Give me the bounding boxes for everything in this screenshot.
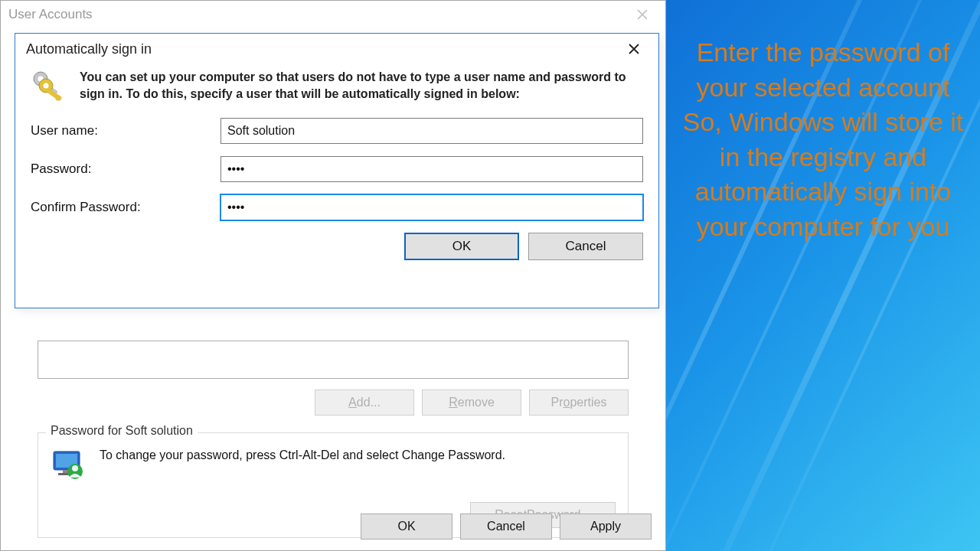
group-text: To change your password, press Ctrl-Alt-… xyxy=(100,447,505,484)
user-accounts-dialog: User Accounts Add... Remove Properties P… xyxy=(0,0,666,551)
add-button: Add... xyxy=(315,390,414,416)
group-legend: Password for Soft solution xyxy=(46,424,198,438)
confirm-password-input[interactable] xyxy=(220,194,643,220)
remove-button: Remove xyxy=(422,390,521,416)
user-accounts-title: User Accounts xyxy=(8,7,93,22)
cancel-button[interactable]: Cancel xyxy=(528,233,643,260)
auto-signin-dialog: Automatically sign in xyxy=(15,33,659,308)
keys-icon xyxy=(31,69,67,106)
user-monitor-icon xyxy=(51,447,87,484)
close-icon[interactable] xyxy=(617,38,651,60)
svg-point-10 xyxy=(44,83,49,89)
ok-button[interactable]: OK xyxy=(404,233,519,260)
instruction-text: Enter the password of your selected acco… xyxy=(681,35,965,244)
intro-text: You can set up your computer so that use… xyxy=(80,69,643,106)
parent-apply-button[interactable]: Apply xyxy=(560,514,652,540)
auto-signin-titlebar: Automatically sign in xyxy=(15,34,658,64)
parent-cancel-button[interactable]: Cancel xyxy=(460,514,552,540)
svg-point-5 xyxy=(72,465,78,471)
username-label: User name: xyxy=(31,123,220,139)
auto-signin-title: Automatically sign in xyxy=(26,41,152,57)
parent-ok-button[interactable]: OK xyxy=(361,514,452,540)
confirm-label: Confirm Password: xyxy=(31,200,220,215)
username-input[interactable] xyxy=(220,118,643,144)
properties-button: Properties xyxy=(529,390,629,416)
user-list-area xyxy=(38,341,629,379)
user-accounts-titlebar: User Accounts xyxy=(1,1,665,28)
password-label: Password: xyxy=(31,161,220,177)
password-input[interactable] xyxy=(220,156,643,182)
close-icon[interactable] xyxy=(627,4,658,25)
